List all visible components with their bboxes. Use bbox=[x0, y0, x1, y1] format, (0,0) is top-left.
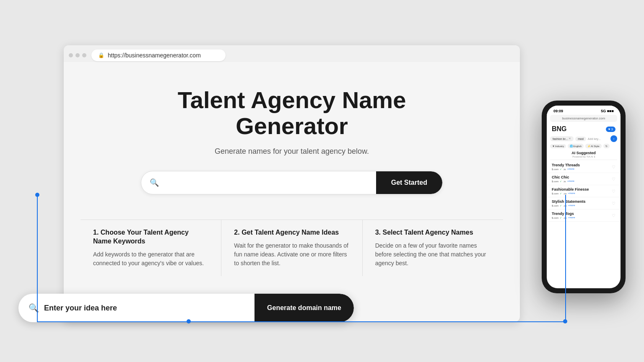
search-input-area[interactable]: 🔍 bbox=[141, 171, 376, 194]
domain-more-1: +more bbox=[567, 168, 574, 171]
domain-com-2: $.com bbox=[552, 180, 558, 183]
main-search-bar[interactable]: 🔍 Get Started bbox=[141, 171, 443, 194]
tag-close-icon[interactable]: ✕ bbox=[569, 137, 571, 140]
url-text: https://businessnamegenerator.com bbox=[108, 52, 201, 59]
phone-screen: 09:09 5G ■■■ businessnamegenerator.com B… bbox=[547, 106, 621, 288]
phone-tag-1[interactable]: fashion br... ✕ bbox=[550, 136, 574, 141]
name-domains-3: $.com ✓ .co +more bbox=[552, 192, 589, 195]
browser-content: Talent Agency Name Generator Generate na… bbox=[64, 62, 520, 293]
ai-suggested-section: AI Suggested Powered by TIA AI ℹ bbox=[547, 149, 621, 159]
filter-refresh[interactable]: ↻ bbox=[603, 144, 610, 148]
bottom-search-input-area[interactable]: 🔍 Enter your idea here bbox=[18, 303, 254, 313]
phone-search-row[interactable]: fashion br... ✕ mod Add key... › bbox=[550, 135, 617, 142]
bottom-search-placeholder: Enter your idea here bbox=[44, 304, 117, 313]
step-1: 1. Choose Your Talent Agency Name Keywor… bbox=[80, 220, 221, 276]
name-left-1: Trendy Threads $.com ✓ .io +more bbox=[552, 163, 580, 171]
favorite-heart-4[interactable]: ♡ bbox=[612, 201, 615, 206]
browser-chrome: 🔒 https://businessnamegenerator.com bbox=[64, 45, 520, 62]
domain-more-2: +more bbox=[567, 180, 574, 183]
step-1-title: 1. Choose Your Talent Agency Name Keywor… bbox=[93, 228, 208, 246]
name-left-2: Chic Chic $.com ✓ .io +more bbox=[552, 175, 574, 183]
heart-icon: ♥ bbox=[608, 127, 610, 131]
filter-icon: ▼ bbox=[552, 145, 555, 147]
phone-filters[interactable]: ▼ Industry 🌐 English ⚡ AI Style ↻ bbox=[550, 144, 617, 148]
browser-dot-close bbox=[69, 53, 73, 57]
page-title: Talent Agency Name Generator bbox=[178, 87, 406, 139]
step-2: 2. Get Talent Agency Name Ideas Wait for… bbox=[221, 220, 362, 276]
check-icon-1: ✓ bbox=[560, 168, 562, 171]
step-2-desc: Wait for the generator to make thousands… bbox=[234, 241, 349, 268]
domain-com-4: $.com bbox=[552, 204, 558, 207]
bottom-search-bar[interactable]: 🔍 Enter your idea here Generate domain n… bbox=[18, 294, 354, 322]
browser-window: 🔒 https://businessnamegenerator.com Tale… bbox=[64, 45, 520, 322]
phone-url-bar: businessnamegenerator.com bbox=[550, 115, 617, 122]
search-submit-button[interactable]: › bbox=[610, 135, 617, 142]
name-title-2: Chic Chic bbox=[552, 175, 574, 179]
domain-more-3: +more bbox=[568, 192, 575, 195]
selection-line-bottom bbox=[37, 321, 566, 322]
name-item-5[interactable]: Trendy Togs $.com ✓ .co +more ♡ bbox=[547, 209, 621, 222]
check-icon-5: ✓ bbox=[560, 216, 562, 219]
name-title-3: Fashionable Finesse bbox=[552, 187, 589, 191]
check-icon-2: ✓ bbox=[560, 180, 562, 183]
filter-language[interactable]: 🌐 English bbox=[568, 144, 584, 148]
favorite-heart-1[interactable]: ♡ bbox=[612, 165, 615, 169]
name-left-3: Fashionable Finesse $.com ✓ .co +more bbox=[552, 187, 589, 195]
phone-mockup: 09:09 5G ■■■ businessnamegenerator.com B… bbox=[542, 101, 626, 293]
name-domains-1: $.com ✓ .io +more bbox=[552, 168, 580, 171]
name-domains-5: $.com ✓ .co +more bbox=[552, 216, 575, 219]
step-1-desc: Add keywords to the generator that are c… bbox=[93, 250, 208, 268]
domain-more-5: +more bbox=[568, 216, 575, 219]
steps-container: 1. Choose Your Talent Agency Name Keywor… bbox=[80, 220, 503, 276]
domain-io-1: .io bbox=[563, 168, 566, 171]
globe-icon: 🌐 bbox=[570, 145, 573, 147]
favorite-heart-2[interactable]: ♡ bbox=[612, 177, 615, 181]
generate-button[interactable]: Generate domain name bbox=[254, 294, 354, 322]
page-subtitle: Generate names for your talent agency be… bbox=[215, 147, 369, 156]
phone-tag-2[interactable]: mod bbox=[575, 137, 586, 141]
browser-dots bbox=[69, 53, 86, 57]
name-item-1[interactable]: Trendy Threads $.com ✓ .io +more ♡ bbox=[547, 161, 621, 173]
search-icon: 🔍 bbox=[150, 178, 159, 187]
filter-industry[interactable]: ▼ Industry bbox=[550, 144, 566, 148]
info-icon: ℹ bbox=[594, 155, 595, 158]
name-item-2[interactable]: Chic Chic $.com ✓ .io +more ♡ bbox=[547, 173, 621, 185]
filter-ai[interactable]: ⚡ AI Style bbox=[585, 144, 602, 148]
ai-icon: ⚡ bbox=[587, 145, 590, 147]
browser-dot-max bbox=[82, 53, 86, 57]
browser-dot-min bbox=[75, 53, 80, 57]
domain-more-4: +more bbox=[568, 204, 575, 207]
heart-count: 3 bbox=[611, 127, 613, 131]
favorite-heart-5[interactable]: ♡ bbox=[612, 213, 615, 218]
step-2-title: 2. Get Talent Agency Name Ideas bbox=[234, 228, 349, 237]
domain-io-2: .io bbox=[563, 180, 566, 183]
check-icon-3: ✓ bbox=[560, 192, 562, 195]
name-item-3[interactable]: Fashionable Finesse $.com ✓ .co +more ♡ bbox=[547, 185, 621, 197]
name-left-5: Trendy Togs $.com ✓ .co +more bbox=[552, 212, 575, 219]
phone-signal: 5G ■■■ bbox=[601, 109, 614, 113]
domain-com-5: $.com bbox=[552, 216, 558, 219]
divider bbox=[550, 160, 617, 160]
name-domains-4: $.com ✓ .co +more bbox=[552, 204, 586, 207]
name-item-4[interactable]: Stylish Statements $.com ✓ .co +more ♡ bbox=[547, 197, 621, 209]
check-icon-4: ✓ bbox=[560, 204, 562, 207]
selection-handle-bl bbox=[187, 319, 191, 323]
address-bar[interactable]: 🔒 https://businessnamegenerator.com bbox=[91, 49, 226, 61]
selection-handle-br bbox=[563, 319, 567, 323]
add-keyword-label[interactable]: Add key... bbox=[588, 137, 601, 140]
step-3-title: 3. Select Talent Agency Names bbox=[375, 228, 491, 237]
favorite-heart-3[interactable]: ♡ bbox=[612, 189, 615, 194]
name-title-5: Trendy Togs bbox=[552, 212, 575, 216]
domain-com-1: $.com bbox=[552, 168, 558, 171]
phone-status-bar: 09:09 5G ■■■ bbox=[547, 106, 621, 115]
ai-suggested-subtitle: Powered by TIA AI ℹ bbox=[547, 155, 621, 158]
get-started-button[interactable]: Get Started bbox=[376, 171, 442, 194]
domain-co-3: .co bbox=[563, 192, 566, 195]
name-left-4: Stylish Statements $.com ✓ .co +more bbox=[552, 199, 586, 207]
domain-com-3: $.com bbox=[552, 192, 558, 195]
name-title-4: Stylish Statements bbox=[552, 199, 586, 204]
step-3: 3. Select Talent Agency Names Decide on … bbox=[363, 220, 503, 276]
bng-logo: BNG bbox=[552, 125, 567, 133]
step-3-desc: Decide on a few of your favorite names b… bbox=[375, 241, 491, 268]
selection-handle-tl bbox=[35, 193, 39, 197]
